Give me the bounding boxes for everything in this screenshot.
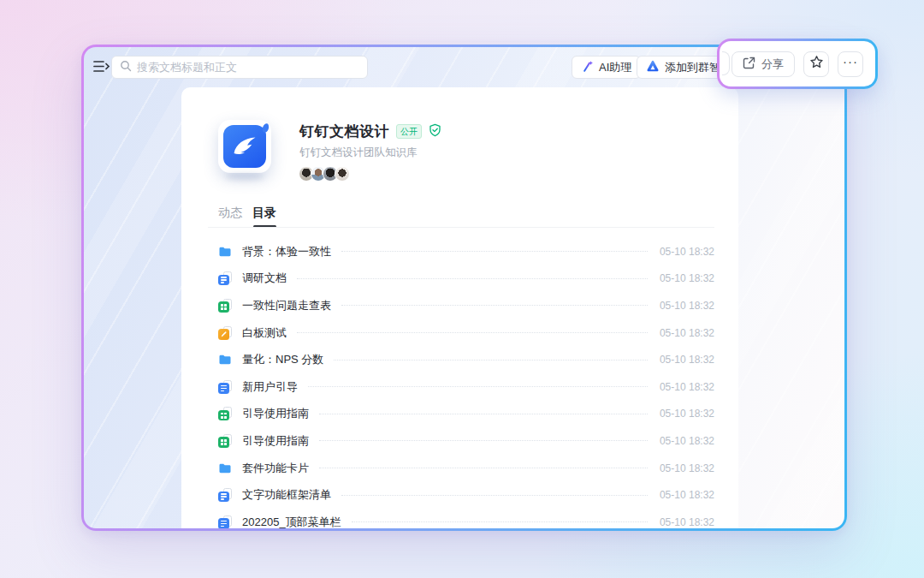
doc-timestamp: 05-10 18:32 bbox=[660, 354, 714, 366]
doc-icon bbox=[218, 380, 232, 394]
kb-title-row: 钉钉文档设计 公开 bbox=[299, 122, 441, 141]
doc-timestamp: 05-10 18:32 bbox=[660, 516, 714, 528]
doc-title: 套件功能卡片 bbox=[242, 461, 309, 476]
list-item[interactable]: 调研文档 05-10 18:32 bbox=[218, 265, 714, 293]
list-item[interactable]: 套件功能卡片 05-10 18:32 bbox=[218, 455, 714, 482]
share-icon bbox=[743, 57, 755, 72]
doc-list: 背景：体验一致性 05-10 18:32 调研文档 05-10 18:32 一致… bbox=[218, 238, 714, 528]
board-icon bbox=[218, 326, 232, 340]
doc-timestamp: 05-10 18:32 bbox=[660, 489, 714, 501]
kb-subtitle: 钉钉文档设计团队知识库 bbox=[299, 146, 418, 160]
ai-sparkle-icon bbox=[581, 60, 594, 75]
shield-check-icon bbox=[429, 123, 441, 140]
sheet-icon bbox=[218, 434, 232, 448]
doc-title: 引导使用指南 bbox=[242, 406, 309, 421]
dotted-leader bbox=[334, 360, 648, 361]
dotted-leader bbox=[319, 468, 648, 468]
doc-title: 量化：NPS 分数 bbox=[242, 352, 323, 367]
doc-title: 背景：体验一致性 bbox=[242, 244, 331, 259]
knowledge-base-logo bbox=[218, 120, 271, 173]
doc-title: 202205_顶部菜单栏 bbox=[242, 515, 341, 528]
list-item[interactable]: 白板测试 05-10 18:32 bbox=[218, 319, 714, 347]
sheet-icon bbox=[218, 407, 232, 420]
tab-bar: 动态 目录 bbox=[218, 206, 276, 221]
search-input[interactable] bbox=[137, 61, 359, 74]
list-item[interactable]: 202205_顶部菜单栏 05-10 18:32 bbox=[218, 509, 714, 528]
sheet-icon bbox=[218, 299, 232, 313]
favorite-button[interactable] bbox=[803, 51, 829, 77]
search-icon bbox=[120, 60, 132, 75]
list-item[interactable]: 新用户引导 05-10 18:32 bbox=[218, 373, 714, 401]
more-options-button[interactable]: ··· bbox=[838, 51, 863, 77]
dotted-leader bbox=[319, 440, 648, 441]
doc-timestamp: 05-10 18:32 bbox=[660, 327, 714, 339]
tab-activity[interactable]: 动态 bbox=[218, 206, 242, 221]
visibility-badge: 公开 bbox=[396, 124, 422, 139]
list-item[interactable]: 一致性问题走查表 05-10 18:32 bbox=[218, 292, 714, 319]
app-window: AI助理 添加到群智能问 钉钉文档设计 公开 bbox=[84, 47, 844, 528]
star-icon bbox=[809, 55, 824, 73]
doc-timestamp: 05-10 18:32 bbox=[660, 272, 714, 284]
dotted-leader bbox=[341, 305, 648, 306]
dotted-leader bbox=[297, 278, 648, 279]
doc-timestamp: 05-10 18:32 bbox=[660, 300, 714, 312]
doc-title: 新用户引导 bbox=[242, 379, 298, 395]
member-avatars bbox=[299, 166, 350, 182]
list-item[interactable]: 量化：NPS 分数 05-10 18:32 bbox=[218, 346, 714, 373]
sidebar-expand-icon bbox=[93, 60, 110, 76]
doc-title: 调研文档 bbox=[242, 271, 287, 286]
dotted-leader bbox=[297, 332, 648, 333]
ellipsis-icon: ··· bbox=[843, 55, 858, 73]
share-button[interactable]: 分享 bbox=[732, 51, 795, 77]
doc-title: 一致性问题走查表 bbox=[242, 298, 331, 313]
share-tools-group: 分享 ··· bbox=[720, 41, 875, 86]
logo-drop-accent bbox=[261, 122, 270, 134]
doc-title: 文字功能框架清单 bbox=[242, 487, 331, 503]
desktop-background: AI助理 添加到群智能问 钉钉文档设计 公开 bbox=[0, 0, 924, 578]
dotted-leader bbox=[341, 251, 648, 252]
doc-timestamp: 05-10 18:32 bbox=[660, 246, 714, 258]
content-panel: 钉钉文档设计 公开 钉钉文档设计团队知识库 动态 目录 背景：体验一致性 05 bbox=[181, 87, 738, 528]
doc-icon bbox=[218, 488, 232, 502]
ai-assistant-button[interactable]: AI助理 bbox=[572, 56, 641, 79]
tab-directory[interactable]: 目录 bbox=[252, 206, 276, 221]
share-tools-callout: 分享 ··· bbox=[717, 39, 878, 89]
avatar-member-4[interactable] bbox=[335, 166, 350, 182]
page-title: 钉钉文档设计 bbox=[299, 122, 389, 141]
doc-timestamp: 05-10 18:32 bbox=[660, 462, 714, 474]
doc-timestamp: 05-10 18:32 bbox=[660, 408, 714, 420]
dotted-leader bbox=[319, 414, 648, 414]
folder-icon bbox=[218, 353, 232, 366]
list-item[interactable]: 背景：体验一致性 05-10 18:32 bbox=[218, 238, 714, 265]
search-bar[interactable] bbox=[111, 56, 368, 79]
doc-icon bbox=[218, 515, 232, 528]
folder-icon bbox=[218, 245, 232, 259]
doc-title: 引导使用指南 bbox=[242, 433, 309, 449]
dotted-leader bbox=[352, 521, 648, 522]
dotted-leader bbox=[308, 386, 648, 387]
app-window-frame: AI助理 添加到群智能问 钉钉文档设计 公开 bbox=[81, 45, 847, 531]
tab-divider bbox=[208, 227, 714, 228]
folder-icon bbox=[218, 462, 232, 475]
assistant-a-icon bbox=[646, 59, 660, 75]
doc-timestamp: 05-10 18:32 bbox=[660, 381, 714, 393]
doc-title: 白板测试 bbox=[242, 325, 287, 341]
share-label: 分享 bbox=[761, 57, 784, 72]
dotted-leader bbox=[341, 495, 648, 496]
ai-assistant-label: AI助理 bbox=[599, 60, 631, 75]
list-item[interactable]: 引导使用指南 05-10 18:32 bbox=[218, 401, 714, 428]
doc-timestamp: 05-10 18:32 bbox=[660, 435, 714, 447]
collapse-sidebar-button[interactable] bbox=[92, 61, 111, 75]
list-item[interactable]: 引导使用指南 05-10 18:32 bbox=[218, 427, 714, 455]
doc-icon bbox=[218, 271, 232, 285]
dingtalk-wing-icon bbox=[223, 125, 266, 168]
list-item[interactable]: 文字功能框架清单 05-10 18:32 bbox=[218, 481, 714, 509]
obscured-button-edge bbox=[722, 51, 730, 75]
